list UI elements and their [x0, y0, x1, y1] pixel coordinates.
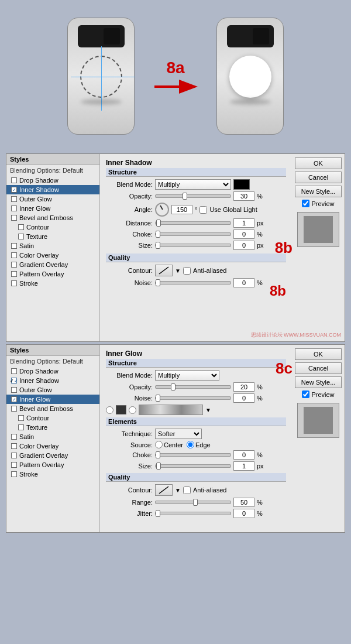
cb-color-overlay-1[interactable] [11, 252, 17, 258]
jitter-slider-2[interactable] [155, 512, 231, 515]
radio-gradient-2[interactable] [129, 406, 136, 414]
ok-button-1[interactable]: OK [295, 157, 342, 169]
cb-stroke-1[interactable] [11, 280, 17, 286]
sidebar-item-drop-shadow-2[interactable]: Drop Shadow [6, 366, 99, 376]
sidebar-item-color-overlay-1[interactable]: Color Overlay [6, 251, 99, 260]
ok-button-2[interactable]: OK [295, 348, 342, 360]
cb-contour-2[interactable] [18, 415, 24, 421]
opacity-thumb-2[interactable] [171, 383, 176, 390]
range-thumb-2[interactable] [193, 499, 198, 506]
blend-mode-select-1[interactable]: Multiply [155, 179, 231, 190]
jitter-thumb-2[interactable] [156, 510, 160, 517]
cb-stroke-2[interactable] [11, 471, 17, 477]
cb-inner-glow-2[interactable] [11, 396, 17, 402]
size-input-2[interactable]: 1 [233, 461, 254, 471]
preview-cb-1[interactable] [302, 200, 309, 207]
cb-contour-1[interactable] [18, 224, 24, 230]
cb-pattern-overlay-1[interactable] [11, 271, 17, 277]
cb-bevel-1[interactable] [11, 215, 17, 221]
size-slider-2[interactable] [155, 464, 231, 468]
gradient-dropdown-2[interactable]: ▼ [205, 407, 211, 413]
cb-drop-shadow-2[interactable] [11, 368, 17, 374]
sidebar-item-contour-1[interactable]: Contour [6, 222, 99, 232]
size-thumb-2[interactable] [156, 463, 161, 470]
sidebar-item-drop-shadow-1[interactable]: Drop Shadow [6, 176, 99, 185]
cb-gradient-overlay-2[interactable] [11, 453, 17, 458]
range-input-2[interactable]: 50 [233, 498, 254, 507]
sidebar-item-inner-glow-2[interactable]: Inner Glow [6, 395, 99, 404]
anti-aliased-checkbox-1[interactable] [183, 267, 191, 275]
cancel-button-2[interactable]: Cancel [295, 362, 342, 374]
new-style-button-2[interactable]: New Style... [295, 376, 342, 388]
opacity-slider-1[interactable] [155, 194, 231, 198]
sidebar-item-outer-glow-2[interactable]: Outer Glow [6, 385, 99, 395]
source-center-radio-2[interactable] [155, 441, 163, 448]
sidebar-item-texture-1[interactable]: Texture [6, 232, 99, 241]
preview-cb-2[interactable] [302, 390, 309, 398]
source-edge-item-2[interactable]: Edge [187, 441, 211, 448]
angle-dial-1[interactable] [155, 203, 169, 217]
opacity-thumb-1[interactable] [183, 193, 187, 200]
choke-input-1[interactable]: 0 [233, 229, 254, 239]
opacity-input-2[interactable]: 20 [233, 382, 254, 392]
new-style-button-1[interactable]: New Style... [295, 186, 342, 197]
sidebar-item-satin-1[interactable]: Satin [6, 241, 99, 251]
opacity-input-1[interactable]: 30 [233, 191, 254, 201]
sidebar-item-color-overlay-2[interactable]: Color Overlay [6, 441, 99, 451]
noise-slider-2-top[interactable] [155, 396, 231, 400]
sidebar-item-inner-shadow-1[interactable]: Inner Shadow [6, 185, 99, 194]
choke-slider-1[interactable] [155, 232, 231, 236]
sidebar-item-stroke-2[interactable]: Stroke [6, 470, 99, 479]
color-swatch-1[interactable] [233, 179, 250, 190]
global-light-checkbox-1[interactable] [199, 206, 207, 214]
sidebar-item-pattern-overlay-1[interactable]: Pattern Overlay [6, 269, 99, 279]
choke-thumb-1[interactable] [156, 231, 160, 238]
blend-mode-select-2[interactable]: Multiply [155, 370, 219, 381]
opacity-slider-2[interactable] [155, 385, 231, 389]
cb-satin-2[interactable] [11, 434, 17, 440]
cb-gradient-overlay-1[interactable] [11, 262, 17, 268]
contour-button-2[interactable] [155, 484, 173, 496]
gradient-strip-2[interactable] [139, 405, 203, 415]
sidebar-item-inner-glow-1[interactable]: Inner Glow [6, 204, 99, 213]
choke-input-2[interactable]: 0 [233, 450, 254, 460]
noise-thumb-2-top[interactable] [156, 395, 160, 402]
source-edge-radio-2[interactable] [187, 441, 194, 448]
sidebar-item-bevel-1[interactable]: Bevel and Emboss [6, 213, 99, 222]
source-center-item-2[interactable]: Center [155, 441, 183, 448]
cancel-button-1[interactable]: Cancel [295, 172, 342, 183]
contour-dropdown-arrow-1[interactable]: ▼ [175, 268, 181, 274]
cb-bevel-2[interactable] [11, 406, 17, 412]
jitter-input-2[interactable]: 0 [233, 509, 254, 518]
solid-color-swatch-2[interactable] [116, 405, 126, 415]
cb-satin-1[interactable] [11, 243, 17, 249]
cb-outer-glow-2[interactable] [11, 387, 17, 393]
cb-texture-1[interactable] [18, 234, 24, 239]
sidebar-item-texture-2[interactable]: Texture [6, 423, 99, 432]
sidebar-item-outer-glow-1[interactable]: Outer Glow [6, 194, 99, 204]
cb-pattern-overlay-2[interactable] [11, 462, 17, 468]
sidebar-item-gradient-overlay-1[interactable]: Gradient Overlay [6, 260, 99, 269]
size-slider-1[interactable] [155, 244, 231, 247]
sidebar-item-pattern-overlay-2[interactable]: Pattern Overlay [6, 460, 99, 470]
contour-dropdown-2[interactable]: ▼ [175, 487, 181, 494]
sidebar-item-satin-2[interactable]: Satin [6, 432, 99, 441]
noise-input-2-top[interactable]: 0 [233, 393, 254, 403]
cb-inner-glow-1[interactable] [11, 205, 17, 211]
sidebar-item-stroke-1[interactable]: Stroke [6, 279, 99, 288]
angle-input-1[interactable]: 150 [171, 205, 192, 214]
cb-inner-shadow-1[interactable] [11, 187, 17, 193]
cb-drop-shadow-1[interactable] [11, 177, 17, 183]
sidebar-item-contour-2[interactable]: Contour [6, 413, 99, 423]
range-slider-2[interactable] [155, 501, 231, 504]
technique-select-2[interactable]: Softer [155, 429, 202, 439]
cb-texture-2[interactable] [18, 424, 24, 430]
size-thumb-1[interactable] [156, 242, 160, 249]
sidebar-item-inner-shadow-2[interactable]: ✓ Inner Shadow [6, 376, 99, 385]
size-input-1[interactable]: 0 [233, 241, 254, 250]
distance-input-1[interactable]: 1 [233, 218, 254, 228]
distance-thumb-1[interactable] [156, 220, 161, 227]
radio-color-2[interactable] [106, 406, 113, 414]
cb-outer-glow-1[interactable] [11, 196, 17, 202]
sidebar-item-gradient-overlay-2[interactable]: Gradient Overlay [6, 451, 99, 460]
